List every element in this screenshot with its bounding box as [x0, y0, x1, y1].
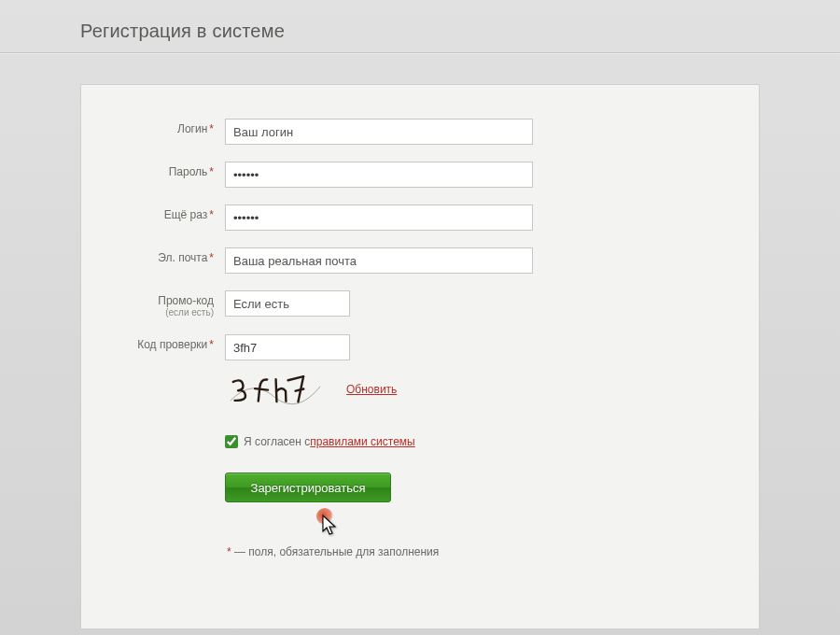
promo-input[interactable]: [225, 290, 350, 317]
required-mark: *: [209, 338, 214, 351]
rules-link[interactable]: правилами системы: [310, 435, 415, 448]
label-confirm: Ещё раз*: [81, 205, 221, 221]
row-confirm: Ещё раз*: [81, 205, 759, 231]
agree-row: Я согласен с правилами системы: [225, 435, 759, 448]
captcha-refresh-link[interactable]: Обновить: [346, 383, 397, 396]
registration-card: Логин* Пароль* Ещё раз*: [80, 84, 760, 629]
agree-checkbox[interactable]: [225, 435, 238, 448]
login-input[interactable]: [225, 119, 533, 145]
required-footnote: * — поля, обязательные для заполнения: [225, 545, 759, 558]
required-mark: *: [209, 165, 214, 178]
title-divider: [0, 52, 840, 53]
row-password: Пароль*: [81, 162, 759, 188]
required-mark: *: [209, 208, 214, 221]
captcha-input[interactable]: [225, 334, 350, 360]
label-email: Эл. почта*: [81, 247, 221, 264]
page-title: Регистрация в системе: [80, 21, 285, 42]
captcha-image: [225, 370, 326, 409]
password-input[interactable]: [225, 162, 533, 188]
required-mark: *: [209, 251, 214, 264]
label-captcha: Код проверки*: [81, 334, 221, 351]
register-button[interactable]: Зарегистрироваться: [225, 473, 391, 502]
row-login: Логин*: [81, 119, 759, 145]
required-mark: *: [209, 122, 214, 135]
row-email: Эл. почта*: [81, 247, 759, 274]
email-input[interactable]: [225, 247, 533, 274]
label-promo-sub: (если есть): [81, 308, 214, 318]
row-promo: Промо-код (если есть): [81, 290, 759, 318]
required-mark: *: [227, 545, 231, 558]
registration-form: Логин* Пароль* Ещё раз*: [81, 119, 759, 564]
row-captcha: Код проверки*: [81, 334, 759, 558]
confirm-input[interactable]: [225, 205, 533, 231]
agree-text: Я согласен с: [244, 435, 310, 448]
label-promo: Промо-код (если есть): [81, 290, 221, 318]
captcha-area: Обновить: [225, 370, 759, 409]
label-password: Пароль*: [81, 162, 221, 178]
label-login: Логин*: [81, 119, 221, 135]
